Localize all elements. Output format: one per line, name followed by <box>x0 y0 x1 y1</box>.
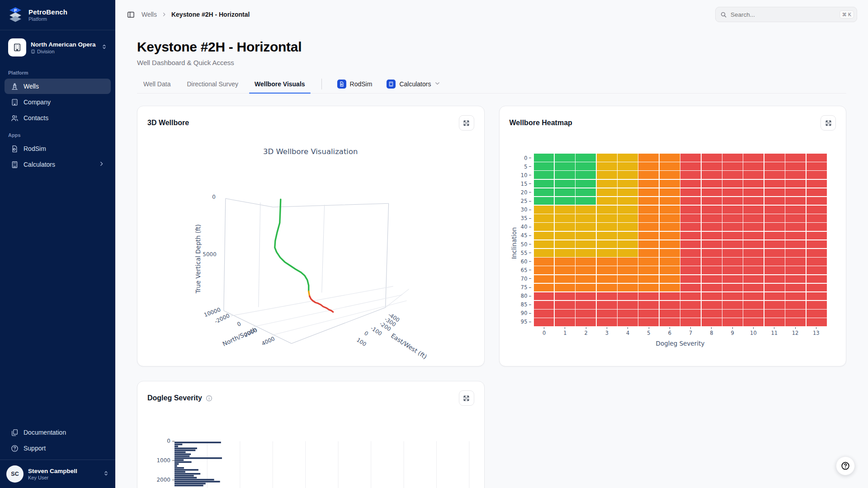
heatmap-cell <box>785 310 806 318</box>
calculator-app-icon <box>387 80 396 89</box>
heatmap-cell <box>534 214 554 222</box>
expand-button[interactable] <box>821 115 836 131</box>
expand-button[interactable] <box>459 115 474 131</box>
heatmap-cell <box>785 301 806 309</box>
heatmap-cell <box>807 162 827 170</box>
heatmap-cell <box>576 171 596 179</box>
heatmap-y-tick-label: 65 <box>509 266 531 274</box>
sidebar-item-label: Calculators <box>24 161 55 168</box>
heatmap-cell <box>807 318 827 326</box>
heatmap-cell <box>660 284 680 292</box>
card-wellbore-heatmap: Wellbore Heatmap Inclination 05101520253… <box>499 106 847 366</box>
tab-well-data[interactable]: Well Data <box>137 76 177 93</box>
sidebar-item-rodsim[interactable]: RodSim <box>5 141 111 156</box>
help-fab-button[interactable] <box>836 456 855 475</box>
breadcrumb-wells-link[interactable]: Wells <box>142 11 157 18</box>
org-selector[interactable]: North American Opera Division <box>5 36 110 59</box>
axis-label: 5000 <box>203 251 217 258</box>
org-type: Division <box>31 49 97 54</box>
heatmap-x-tick-label: 3 <box>600 327 613 336</box>
heatmap-cell <box>660 232 680 240</box>
heatmap-cell <box>722 214 743 222</box>
heatmap-cell <box>680 258 701 266</box>
heatmap-cell <box>638 232 659 240</box>
tick-value: 0 <box>524 155 527 161</box>
heatmap-cell <box>785 171 806 179</box>
sidebar-nav: PlatformWellsCompanyContactsAppsRodSimCa… <box>0 61 115 424</box>
heatmap-cell <box>807 275 827 283</box>
users-icon <box>11 114 19 122</box>
tick-mark <box>529 235 531 236</box>
bar <box>175 475 194 476</box>
heatmap-cell <box>597 162 617 170</box>
brand-subtitle: Platform <box>28 16 67 22</box>
heatmap-cell <box>618 240 638 249</box>
sidebar-item-documentation[interactable]: Documentation <box>5 425 111 440</box>
heatmap-plot: Inclination 0510152025303540455055606570… <box>500 106 846 366</box>
bar <box>175 446 178 447</box>
tab-directional-survey[interactable]: Directional Survey <box>180 76 245 93</box>
app-link-rodsim[interactable]: RodSim <box>332 77 378 93</box>
heatmap-cell <box>702 275 722 283</box>
user-menu[interactable]: SC Steven Campbell Key User <box>0 460 115 488</box>
heatmap-cell <box>807 206 827 214</box>
tick-value: 4 <box>626 330 629 336</box>
tick-mark <box>711 327 712 329</box>
sidebar-item-contacts[interactable]: Contacts <box>5 110 111 126</box>
bar <box>175 467 184 469</box>
heatmap-cell <box>638 301 659 309</box>
heatmap-cell <box>785 162 806 170</box>
sidebar-item-wells[interactable]: Wells <box>5 79 111 94</box>
heatmap-cell <box>785 318 806 326</box>
card-title-wellbore-heatmap: Wellbore Heatmap <box>509 119 572 127</box>
axis-label: East/West (ft) <box>390 332 428 360</box>
heatmap-y-tick-label: 30 <box>509 206 531 214</box>
app-link-calculators[interactable]: Calculators <box>381 77 446 93</box>
tick-mark <box>732 327 733 329</box>
heatmap-cell <box>702 188 722 197</box>
card-dogleg-severity: Dogleg Severity 010002000 <box>137 381 485 488</box>
search-input[interactable] <box>731 11 836 18</box>
tick-value: 20 <box>521 189 528 196</box>
heatmap-cell <box>618 284 638 292</box>
tick-mark <box>690 327 691 329</box>
heatmap-cell <box>638 206 659 214</box>
tick-mark <box>529 313 531 314</box>
axis-label: 4000 <box>260 335 276 347</box>
heatmap-cell <box>785 240 806 249</box>
expand-button[interactable] <box>459 390 474 406</box>
heatmap-cell <box>702 240 722 249</box>
heatmap-y-tick-label: 45 <box>509 231 531 240</box>
tab-wellbore-visuals[interactable]: Wellbore Visuals <box>248 76 311 93</box>
heatmap-cell <box>597 188 617 197</box>
heatmap-cell <box>785 275 806 283</box>
sidebar-item-support[interactable]: Support <box>5 441 111 456</box>
heatmap-cell <box>807 266 827 274</box>
heatmap-cell <box>785 292 806 300</box>
heatmap-cell <box>807 249 827 257</box>
heatmap-x-tick-label: 4 <box>621 327 635 336</box>
search-box[interactable]: ⌘ K <box>715 7 857 22</box>
breadcrumb: Wells Keystone #2H - Horizontal <box>142 11 250 18</box>
heatmap-y-tick-label: 75 <box>509 283 531 292</box>
heatmap-cell <box>702 301 722 309</box>
heatmap-cell <box>534 249 554 257</box>
tick-mark <box>565 327 565 329</box>
heatmap-cell <box>702 214 722 222</box>
sidebar-footer: DocumentationSupport SC Steven Campbell … <box>0 424 115 488</box>
chevrons-up-down-icon <box>103 470 109 478</box>
heatmap-cell <box>807 154 827 162</box>
sidebar-item-company[interactable]: Company <box>5 94 111 110</box>
heatmap-cell <box>576 318 596 326</box>
heatmap-cell <box>576 180 596 188</box>
sidebar-item-calculators[interactable]: Calculators <box>5 157 111 172</box>
info-icon[interactable] <box>206 395 212 402</box>
heatmap-cell <box>597 197 617 205</box>
heatmap-cell <box>638 162 659 170</box>
heatmap-cell <box>597 301 617 309</box>
heatmap-x-tick-label: 13 <box>809 327 823 336</box>
bar <box>175 479 214 480</box>
y-tick-label: 1000 <box>156 457 170 464</box>
heatmap-cell <box>555 292 575 300</box>
sidebar-toggle-button[interactable] <box>124 8 137 21</box>
